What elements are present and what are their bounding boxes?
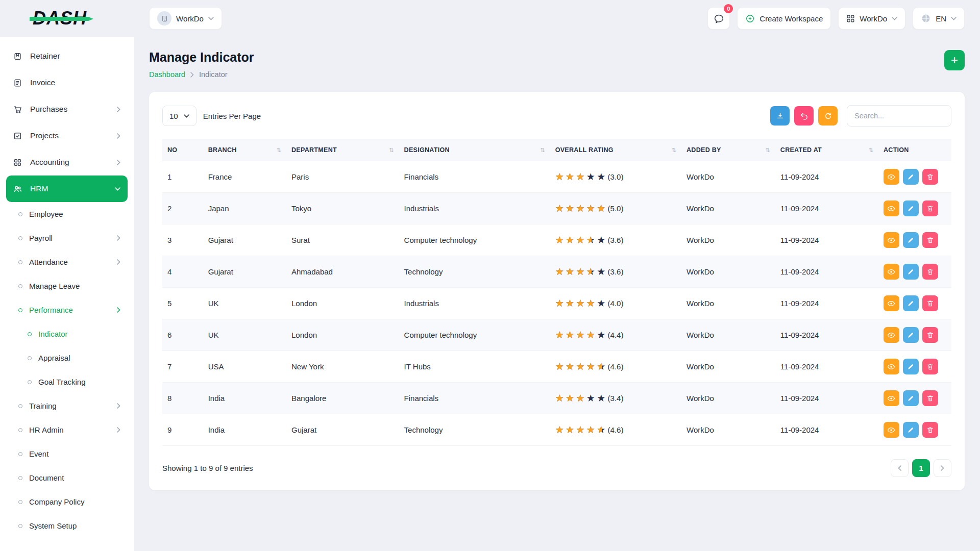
column-header-created-at[interactable]: CREATED AT [775,139,878,161]
pencil-icon [907,427,914,434]
delete-button[interactable] [922,359,938,374]
sidebar-item-invoice[interactable]: Invoice [6,69,128,96]
column-header-designation[interactable]: DESIGNATION [399,139,550,161]
chevron-right-icon [117,307,120,313]
sidebar-item-hr-admin[interactable]: HR Admin [6,418,128,442]
back-button[interactable] [794,106,814,126]
edit-button[interactable] [903,327,919,343]
column-header-no[interactable]: NO [162,139,203,161]
star-icon: ★★ [555,425,565,435]
sidebar-item-performance[interactable]: Performance [6,298,128,322]
star-icon: ★★ [597,330,606,340]
star-icon: ★★ [576,235,585,245]
column-header-department[interactable]: DEPARTMENT [286,139,399,161]
create-workspace-button[interactable]: Create Workspace [737,7,831,30]
delete-button[interactable] [922,327,938,343]
view-button[interactable] [884,390,899,406]
view-button[interactable] [884,422,899,438]
column-header-overall-rating[interactable]: OVERALL RATING [550,139,681,161]
language-selector[interactable]: EN [913,7,965,30]
edit-button[interactable] [903,390,919,406]
cell-branch: Japan [203,193,286,224]
pagination-prev-button[interactable] [891,459,909,477]
cell-added-by: WorkDo [681,161,775,193]
add-indicator-button[interactable]: + [944,50,965,70]
sidebar-item-attendance[interactable]: Attendance [6,250,128,274]
topbar: DASH WorkDo 0 Create Workspace WorkDo [0,0,980,37]
sidebar-item-event[interactable]: Event [6,442,128,466]
view-button[interactable] [884,359,899,374]
edit-button[interactable] [903,232,919,248]
cell-branch: Gujarat [203,224,286,256]
entries-per-page-select[interactable]: 10 [162,106,197,126]
delete-button[interactable] [922,295,938,311]
delete-button[interactable] [922,390,938,406]
sidebar-item-employee[interactable]: Employee [6,202,128,226]
sidebar-item-retainer[interactable]: Retainer [6,43,128,69]
star-icon: ★★ [576,393,585,403]
star-icon: ★★ [576,172,585,182]
delete-button[interactable] [922,264,938,280]
cell-branch: UK [203,288,286,319]
cell-branch: France [203,161,286,193]
sidebar-item-purchases[interactable]: Purchases [6,96,128,122]
sidebar-item-indicator[interactable]: Indicator [6,322,128,346]
edit-button[interactable] [903,169,919,185]
breadcrumb-current: Indicator [199,70,228,79]
plus-circle-icon [745,14,755,23]
sidebar-item-training[interactable]: Training [6,394,128,418]
brand-logo[interactable]: DASH [33,8,87,29]
sidebar-item-document[interactable]: Document [6,466,128,490]
star-icon: ★★ [555,172,565,182]
sidebar-item-label: Indicator [38,330,68,338]
edit-button[interactable] [903,359,919,374]
sidebar-item-projects[interactable]: Projects [6,122,128,149]
delete-button[interactable] [922,201,938,216]
workspace-switcher[interactable]: WorkDo [149,7,222,30]
view-button[interactable] [884,327,899,343]
messages-button[interactable]: 0 [707,7,730,30]
star-icon: ★★ [586,298,596,308]
rating-value: (4.0) [608,299,624,308]
edit-button[interactable] [903,295,919,311]
column-header-branch[interactable]: BRANCH [203,139,286,161]
sidebar-item-accounting[interactable]: Accounting [6,149,128,176]
pagination-next-button[interactable] [934,459,951,477]
cell-action [878,414,951,446]
cell-branch: Gujarat [203,256,286,288]
sidebar-item-goal-tracking[interactable]: Goal Tracking [6,370,128,394]
view-button[interactable] [884,232,899,248]
star-icon: ★★ [576,298,585,308]
cart-icon [13,105,23,114]
sidebar-item-appraisal[interactable]: Appraisal [6,346,128,370]
delete-button[interactable] [922,169,938,185]
sidebar-item-payroll[interactable]: Payroll [6,226,128,250]
workspace-menu-button[interactable]: WorkDo [838,7,905,30]
refresh-button[interactable] [818,106,838,126]
column-header-added-by[interactable]: ADDED BY [681,139,775,161]
sidebar-item-system-setup[interactable]: System Setup [6,514,128,538]
delete-button[interactable] [922,422,938,438]
sidebar-item-manage-leave[interactable]: Manage Leave [6,274,128,298]
export-button[interactable] [770,106,790,126]
cell-action [878,319,951,351]
pagination-page-1-button[interactable]: 1 [912,459,930,477]
breadcrumb-dashboard-link[interactable]: Dashboard [149,70,185,79]
cell-overall-rating: ★★★★★★★★★★(4.6) [550,351,681,383]
view-button[interactable] [884,295,899,311]
sidebar-item-hrm[interactable]: HRM [6,176,128,202]
view-button[interactable] [884,264,899,280]
edit-button[interactable] [903,264,919,280]
search-input[interactable] [847,105,951,127]
pencil-icon [907,205,914,212]
cell-designation: Technology [399,414,550,446]
edit-button[interactable] [903,201,919,216]
star-icon: ★★ [576,362,585,371]
star-icon: ★★ [555,204,565,213]
delete-button[interactable] [922,232,938,248]
view-button[interactable] [884,169,899,185]
sidebar-item-company-policy[interactable]: Company Policy [6,490,128,514]
view-button[interactable] [884,201,899,216]
edit-button[interactable] [903,422,919,438]
cell-branch: UK [203,319,286,351]
